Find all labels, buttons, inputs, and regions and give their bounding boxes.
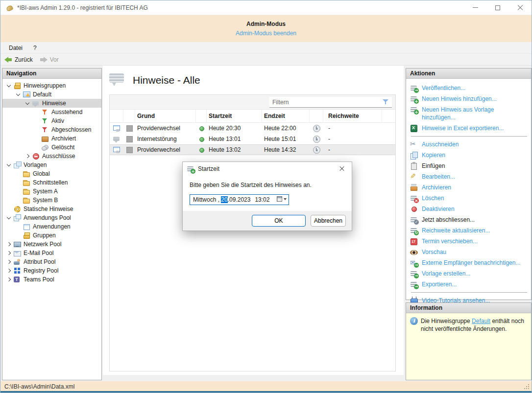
action-deaktivieren[interactable]: Deaktivieren xyxy=(410,204,528,214)
tree-item-abgeschlossen[interactable]: Abgeschlossen xyxy=(2,125,101,134)
tree-item-e-mail-pool[interactable]: E-Mail Pool xyxy=(2,249,101,257)
tree-item-default[interactable]: Default xyxy=(2,90,101,99)
calendar-dropdown-button[interactable] xyxy=(277,196,287,202)
tree-item-netzwerk-pool[interactable]: Netzwerk Pool xyxy=(2,240,101,249)
chevron-right-icon[interactable] xyxy=(4,266,13,275)
tree-item-hinweisgruppen[interactable]: Hinweisgruppen xyxy=(2,81,101,90)
action-ausschneiden[interactable]: Ausschneiden xyxy=(410,139,528,150)
tree-item-gelöscht[interactable]: Gelöscht xyxy=(2,143,101,152)
close-button[interactable] xyxy=(509,0,532,15)
col-startzeit[interactable]: Startzeit xyxy=(207,110,262,122)
admin-mode-exit-link[interactable]: Admin-Modus beenden xyxy=(236,30,296,37)
tree-item-ausschlüsse[interactable]: Ausschlüsse xyxy=(2,152,101,161)
action-externe-empfänger-benachrichtigen[interactable]: Externe Empfänger benachrichtigen... xyxy=(410,257,528,268)
cell-grund: Internetstörung xyxy=(135,136,196,142)
chevron-down-icon[interactable] xyxy=(4,81,13,90)
chevron-right-icon[interactable] xyxy=(4,249,13,257)
tree-item-label: System B xyxy=(33,197,58,204)
table-row-providerwechsel[interactable]: ProviderwechselHeute 20:30Heute 22:00- xyxy=(110,123,395,134)
dialog-close-button[interactable] xyxy=(332,162,352,176)
tree-item-registry-pool[interactable]: Registry Pool xyxy=(2,266,101,275)
window-controls xyxy=(464,0,532,15)
mail-arrow-icon xyxy=(410,259,418,267)
minimize-button[interactable] xyxy=(464,0,486,15)
action-bearbeiten[interactable]: Bearbeiten... xyxy=(410,171,528,182)
chevron-spacer xyxy=(32,116,41,125)
action-termin-verschieben[interactable]: Termin verschieben... xyxy=(410,236,528,247)
funnel-orange-icon xyxy=(41,108,49,116)
maximize-button[interactable] xyxy=(486,0,509,15)
chevron-down-icon[interactable] xyxy=(14,90,23,99)
tree-item-global[interactable]: Global xyxy=(2,169,101,178)
chevron-right-icon[interactable] xyxy=(4,257,13,266)
default-group-link[interactable]: Default xyxy=(472,318,490,324)
tree-item-label: Anwendungs Pool xyxy=(24,214,71,221)
app-window: *IBI-aws Admin 1.29.0 - registriert für … xyxy=(0,0,532,393)
tree-item-teams-pool[interactable]: Teams Pool xyxy=(2,275,101,284)
action-vorlage-erstellen[interactable]: Vorlage erstellen... xyxy=(410,268,528,279)
filter-funnel-icon[interactable] xyxy=(382,99,389,105)
menu-datei[interactable]: Datei xyxy=(3,43,28,53)
dialog-footer: OK Abbrechen xyxy=(183,211,352,231)
tree-item-statische-hinweise[interactable]: Statische Hinweise xyxy=(2,205,101,213)
back-button[interactable]: Zurück xyxy=(4,56,33,63)
table-row-internetstörung[interactable]: InternetstörungHeute 13:01Heute 15:01- xyxy=(110,134,395,144)
action-exportieren[interactable]: Exportieren... xyxy=(410,279,528,290)
action-neuen-hinweis-aus-vorlage-hinzufügen[interactable]: Neuen Hinweis aus Vorlage hinzufügen... xyxy=(410,104,528,123)
action-vorschau[interactable]: Vorschau xyxy=(410,247,528,257)
hinweise-table: Filtern Grund Startzeit Endzeit Reichwei… xyxy=(109,94,396,371)
action-hinweise-in-excel-exportieren[interactable]: Hinweise in Excel exportieren... xyxy=(410,123,528,134)
pencil-icon xyxy=(410,173,418,181)
tree-item-vorlagen[interactable]: Vorlagen xyxy=(2,161,101,169)
bubble-add-icon xyxy=(410,95,418,103)
windows-pool-icon xyxy=(13,214,21,222)
tree-item-aktiv[interactable]: Aktiv xyxy=(2,116,101,125)
chevron-right-icon[interactable] xyxy=(4,275,13,284)
tree-item-system-a[interactable]: System A xyxy=(2,187,101,196)
tree-item-schnittstellen[interactable]: Schnittstellen xyxy=(2,178,101,187)
col-reichweite[interactable]: Reichweite xyxy=(323,110,382,122)
chevron-down-icon[interactable] xyxy=(4,161,13,169)
action-reichweite-aktualisieren[interactable]: Reichweite aktualisieren... xyxy=(410,225,528,236)
action-kopieren[interactable]: Kopieren xyxy=(410,150,528,161)
tree-item-label: Abgeschlossen xyxy=(51,126,91,133)
chevron-down-icon[interactable] xyxy=(23,99,32,108)
actions-panel: Aktionen Veröffentlichen...Neuen Hinweis… xyxy=(406,68,532,300)
tree-item-gruppen[interactable]: Gruppen xyxy=(2,231,101,240)
tree-item-hinweise[interactable]: Hinweise xyxy=(2,99,101,108)
chevron-right-icon[interactable] xyxy=(4,240,13,249)
maximize-icon xyxy=(495,5,500,10)
tree-item-ausstehend[interactable]: Ausstehend xyxy=(2,108,101,116)
action-neuen-hinweis-hinzufügen[interactable]: Neuen Hinweis hinzufügen... xyxy=(410,93,528,104)
col-grund[interactable]: Grund xyxy=(135,110,196,122)
filter-input[interactable]: Filtern xyxy=(269,97,392,108)
ok-button[interactable]: OK xyxy=(252,215,306,227)
tree-item-attribut-pool[interactable]: Attribut Pool xyxy=(2,257,101,266)
chevron-down-icon[interactable] xyxy=(4,213,13,222)
scissors-icon xyxy=(410,140,418,148)
action-löschen[interactable]: Löschen xyxy=(410,193,528,204)
tree-item-label: Global xyxy=(33,170,50,177)
cell-reichweite: - xyxy=(323,146,382,153)
action-veröffentlichen[interactable]: Veröffentlichen... xyxy=(410,83,528,93)
chevron-right-icon[interactable] xyxy=(23,152,32,161)
bubble-refresh-icon xyxy=(410,227,418,234)
datetime-picker[interactable]: Mittwoch , 20.09.202313:02 xyxy=(190,194,289,205)
chevron-spacer xyxy=(14,187,23,196)
table-row-providerwechsel[interactable]: ProviderwechselHeute 13:02Heute 14:32- xyxy=(110,144,395,155)
filter-row: Filtern xyxy=(110,95,395,110)
tree-item-system-b[interactable]: System B xyxy=(2,196,101,205)
col-endzeit[interactable]: Endzeit xyxy=(262,110,310,122)
tree-item-archiviert[interactable]: Archiviert xyxy=(2,134,101,143)
action-label: Neuen Hinweis hinzufügen... xyxy=(422,95,497,103)
resize-grip[interactable] xyxy=(524,384,530,390)
page-title: Hinweise - Alle xyxy=(133,74,200,86)
action-archivieren[interactable]: Archivieren xyxy=(410,182,528,193)
action-label: Externe Empfänger benachrichtigen... xyxy=(422,259,520,267)
forward-button[interactable]: Vor xyxy=(40,56,59,63)
menu-help[interactable]: ? xyxy=(28,43,42,53)
tree-item-anwendungen[interactable]: Anwendungen xyxy=(2,222,101,231)
tree-item-anwendungs-pool[interactable]: Anwendungs Pool xyxy=(2,213,101,222)
cancel-button[interactable]: Abbrechen xyxy=(311,215,346,227)
selected-date-segment[interactable]: 20 xyxy=(221,196,227,203)
